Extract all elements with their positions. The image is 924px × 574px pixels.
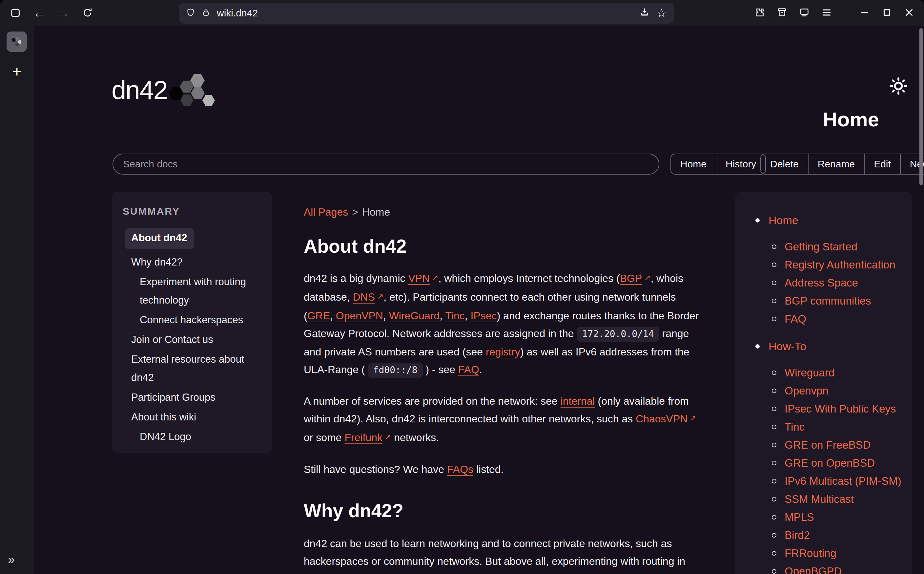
outline-subitem-bgp-communities: BGP communities [756, 292, 906, 310]
link-bgp[interactable]: BGP [620, 273, 642, 284]
bookmark-star-icon[interactable]: ☆ [656, 6, 667, 20]
outline-link-how-to[interactable]: How-To [768, 340, 806, 353]
container-icon[interactable] [776, 7, 787, 19]
breadcrumb-all-pages-link[interactable]: All Pages [304, 206, 348, 218]
sidebar-toggle-icon[interactable] [7, 5, 24, 22]
back-icon[interactable]: ← [31, 5, 47, 21]
paragraph-2: A number of services are provided on the… [304, 392, 707, 447]
theme-toggle-sun-icon[interactable] [889, 76, 908, 96]
active-tab-dn42[interactable] [6, 32, 27, 52]
summary-item-about-dn42[interactable]: About dn42 [123, 228, 263, 249]
outline-subitem-ipv6-multicast-pim-sm: IPv6 Multicast (PIM-SM) [756, 472, 906, 490]
inline-code: fd00::/8 [368, 363, 423, 378]
delete-button[interactable]: Delete [761, 154, 809, 174]
logo-hexagons-icon [168, 74, 218, 107]
extensions-icon[interactable] [754, 7, 765, 19]
scrollbar-thumb[interactable] [919, 28, 923, 185]
reload-icon[interactable] [79, 5, 96, 22]
summary-item-participant-groups[interactable]: Participant Groups [123, 388, 263, 407]
link-openvpn[interactable]: OpenVPN [336, 310, 383, 322]
url-bar[interactable]: wiki.dn42 ☆ [179, 3, 674, 24]
outline-link-getting-started[interactable]: Getting Started [784, 241, 857, 253]
new-tab-button[interactable]: + [0, 62, 34, 80]
page-content: dn42 Home HomeHistory DeleteRenameEditNe… [34, 26, 924, 574]
summary-item-experiment-with-routing-technology[interactable]: Experiment with routing technology [123, 273, 263, 309]
outline-item-how-to: How-To [756, 337, 906, 355]
rename-button[interactable]: Rename [809, 154, 864, 174]
bullet-circle [772, 497, 776, 501]
link-registry[interactable]: registry [486, 346, 520, 358]
menu-icon[interactable] [821, 7, 832, 19]
link-internal[interactable]: internal [561, 395, 595, 407]
outline-link-gre-on-openbsd[interactable]: GRE on OpenBSD [784, 457, 875, 469]
outline-link-ipv6-multicast-pim-sm[interactable]: IPv6 Multicast (PIM-SM) [784, 475, 901, 487]
outline-section-how-to: How-ToWireguardOpenvpnIPsec With Public … [756, 337, 906, 574]
downloads-icon[interactable] [639, 7, 650, 19]
search-input[interactable] [113, 154, 659, 175]
screenshare-icon[interactable] [799, 7, 810, 19]
outline-link-tinc[interactable]: Tinc [784, 421, 805, 433]
summary-item-connect-hackerspaces[interactable]: Connect hackerspaces [123, 311, 263, 329]
minimize-icon[interactable] [859, 7, 870, 19]
text-run: Still have questions? We have [304, 464, 447, 475]
shield-icon[interactable] [186, 8, 195, 18]
outline-link-mpls[interactable]: MPLS [784, 511, 814, 524]
breadcrumb-separator: > [352, 206, 358, 218]
outline-link-openvpn[interactable]: Openvpn [784, 385, 828, 397]
expand-sidebar-button[interactable]: » [8, 553, 15, 567]
vertical-tab-strip: + » [0, 26, 34, 574]
outline-link-home[interactable]: Home [768, 214, 798, 227]
summary-list: About dn42Why dn42?Experiment with routi… [123, 228, 263, 446]
close-icon[interactable] [904, 7, 915, 19]
summary-item-external-resources-about-dn42[interactable]: External resources about dn42 [123, 350, 263, 387]
url-text[interactable]: wiki.dn42 [217, 8, 258, 19]
text-run: dn42 can be used to learn networking and… [304, 538, 685, 574]
outline-link-faq[interactable]: FAQ [784, 313, 806, 325]
lock-icon[interactable] [202, 8, 210, 18]
summary-item-join-or-contact-us[interactable]: Join or Contact us [123, 331, 263, 349]
active-summary-chip[interactable]: About dn42 [125, 228, 194, 249]
link-faq[interactable]: FAQ [458, 364, 479, 375]
forward-icon[interactable]: → [55, 5, 72, 21]
browser-toolbar: ← → wiki.dn42 ☆ [0, 0, 924, 26]
text-run: or some [304, 432, 344, 443]
link-dns[interactable]: DNS [353, 291, 375, 303]
summary-item-why-dn42[interactable]: Why dn42? [123, 253, 263, 271]
bullet-circle [772, 371, 776, 375]
outline-link-registry-authentication[interactable]: Registry Authentication [784, 259, 896, 271]
link-chaosvpn[interactable]: ChaosVPN [636, 413, 688, 425]
outline-subitem-ipsec-with-public-keys: IPsec With Public Keys [756, 400, 906, 418]
outline-link-frrouting[interactable]: FRRouting [784, 547, 836, 560]
summary-item-dn42-logo[interactable]: DN42 Logo [123, 427, 263, 446]
text-run: A number of services are provided on the… [304, 395, 561, 407]
home-button[interactable]: Home [671, 154, 717, 174]
link-ipsec[interactable]: IPsec [471, 310, 497, 322]
outline-subitem-gre-on-freebsd: GRE on FreeBSD [756, 436, 906, 454]
link-vpn[interactable]: VPN [408, 273, 430, 284]
text-run: , [383, 310, 389, 322]
outline-link-openbgpd[interactable]: OpenBGPD [784, 565, 842, 574]
edit-button[interactable]: Edit [864, 154, 901, 174]
summary-item-about-this-wiki[interactable]: About this wiki [123, 408, 263, 426]
maximize-icon[interactable] [882, 7, 893, 19]
history-button[interactable]: History [717, 154, 765, 174]
link-wireguard[interactable]: WireGuard [389, 310, 440, 322]
dn42-logo[interactable]: dn42 [112, 72, 218, 108]
outline-link-gre-on-freebsd[interactable]: GRE on FreeBSD [784, 439, 871, 451]
logo-text: dn42 [112, 72, 167, 108]
outline-link-address-space[interactable]: Address Space [784, 277, 858, 289]
link-gre[interactable]: GRE [307, 310, 330, 322]
outline-link-ipsec-with-public-keys[interactable]: IPsec With Public Keys [784, 403, 896, 415]
link-freifunk[interactable]: Freifunk [344, 432, 382, 443]
link-faqs[interactable]: FAQs [447, 464, 473, 475]
link-tinc[interactable]: Tinc [445, 310, 465, 322]
outline-link-bird2[interactable]: Bird2 [784, 529, 810, 541]
bullet-circle [772, 569, 776, 574]
outline-link-bgp-communities[interactable]: BGP communities [784, 295, 871, 307]
bullet-circle [772, 551, 776, 556]
external-link-arrow-icon: ↗ [432, 269, 438, 287]
outline-link-wireguard[interactable]: Wireguard [784, 367, 834, 379]
chrome-right-icons [754, 4, 915, 22]
bullet-circle [772, 263, 776, 267]
outline-link-ssm-multicast[interactable]: SSM Multicast [784, 493, 854, 505]
